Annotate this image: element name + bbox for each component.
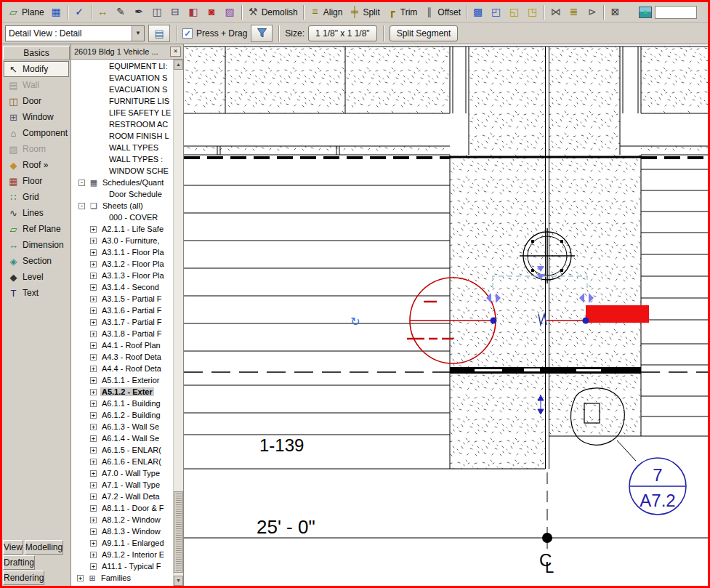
expand-toggle-icon[interactable]: + xyxy=(90,226,97,233)
designbar-item-lines[interactable]: ∿Lines xyxy=(4,205,69,221)
expand-toggle-icon[interactable]: - xyxy=(78,180,85,186)
tree-item[interactable]: + A4.4 - Roof Deta xyxy=(71,363,173,374)
tree-item[interactable]: WINDOW SCHE xyxy=(71,165,173,177)
tree-item[interactable]: + A4.1 - Roof Plan xyxy=(71,339,173,351)
grip-right[interactable] xyxy=(583,318,589,324)
room-tag[interactable]: 1-139 xyxy=(259,435,304,455)
tree-item[interactable]: WALL TYPES : xyxy=(71,153,173,165)
expand-toggle-icon[interactable]: + xyxy=(90,412,97,419)
expand-toggle-icon[interactable]: + xyxy=(90,540,97,547)
expand-toggle-icon[interactable]: + xyxy=(90,319,97,326)
size-button[interactable]: 1 1/8" x 1 1/8" xyxy=(308,25,377,41)
split-button[interactable]: ╪Split xyxy=(345,4,382,21)
tree-item[interactable]: Door Schedule xyxy=(71,188,173,200)
tree-item[interactable]: RESTROOM AC xyxy=(71,118,173,130)
designbar-item-floor[interactable]: ▦Floor xyxy=(4,173,69,189)
tree-item[interactable]: ROOM FINISH L xyxy=(71,130,173,142)
tree-item[interactable]: LIFE SAFETY LE xyxy=(71,107,173,118)
expand-toggle-icon[interactable]: + xyxy=(90,342,97,349)
expand-toggle-icon[interactable]: + xyxy=(90,389,97,395)
tree-item[interactable]: + A5.1.2 - Exter xyxy=(71,386,173,398)
spelling-check-icon[interactable]: ✓ xyxy=(70,4,89,21)
expand-toggle-icon[interactable]: + xyxy=(90,482,97,488)
expand-toggle-icon[interactable]: + xyxy=(90,447,97,454)
dragged-segment-highlight[interactable] xyxy=(586,305,649,323)
expand-toggle-icon[interactable]: + xyxy=(90,273,97,279)
expand-toggle-icon[interactable]: + xyxy=(90,563,97,570)
opening-icon[interactable]: ◙ xyxy=(203,4,221,21)
expand-toggle-icon[interactable]: + xyxy=(90,459,97,465)
cut-geometry-icon[interactable]: ◫ xyxy=(148,4,166,21)
tree-item[interactable]: - ▦ Schedules/Quant xyxy=(71,177,173,188)
expand-toggle-icon[interactable]: + xyxy=(90,366,97,372)
tree-item[interactable]: + A3.1.8 - Partial F xyxy=(71,328,173,339)
tree-item[interactable]: + A6.1.5 - ENLAR( xyxy=(71,444,173,456)
close-icon[interactable]: ✕ xyxy=(170,47,181,57)
tree-item[interactable]: + A6.1.1 - Building xyxy=(71,398,173,409)
tree-item[interactable]: + ⊞ Families xyxy=(71,572,173,584)
tree-item[interactable]: + A6.1.2 - Building xyxy=(71,409,173,421)
group-exclude-icon[interactable]: ◳ xyxy=(523,4,541,21)
decal-icon[interactable]: ▨ xyxy=(221,4,239,21)
designbar-item-grid[interactable]: ∷Grid xyxy=(4,189,69,205)
tree-item[interactable]: + A6.1.4 - Wall Se xyxy=(71,432,173,444)
designbar-tab-view[interactable]: View xyxy=(3,540,23,555)
expand-toggle-icon[interactable]: + xyxy=(90,528,97,535)
expand-toggle-icon[interactable]: - xyxy=(78,203,85,209)
expand-toggle-icon[interactable]: + xyxy=(90,517,97,523)
expand-toggle-icon[interactable]: + xyxy=(77,575,84,581)
tree-item[interactable]: + A2.1.1 - Life Safe xyxy=(71,223,173,235)
designbar-item-door[interactable]: ◫Door xyxy=(4,93,69,109)
properties-button[interactable]: ▤ xyxy=(148,25,170,42)
wall-opening-icon[interactable]: ⊠ xyxy=(606,4,624,21)
expand-toggle-icon[interactable]: + xyxy=(90,331,97,337)
designbar-item-component[interactable]: ⌂Component xyxy=(4,125,69,141)
expand-toggle-icon[interactable]: + xyxy=(90,400,97,407)
tree-item[interactable]: + A3.1.3 - Floor Pla xyxy=(71,270,173,281)
tree-item[interactable]: EQUIPMENT LI: xyxy=(71,60,173,72)
tree-item[interactable]: + A9.1.2 - Interior E xyxy=(71,549,173,560)
linework-icon[interactable]: ✒ xyxy=(130,4,148,21)
tree-item[interactable]: - ❏ Sheets (all) xyxy=(71,200,173,212)
tree-item[interactable]: FURNITURE LIS xyxy=(71,95,173,107)
grip-left[interactable] xyxy=(491,318,497,324)
demolish-button[interactable]: ⚒Demolish xyxy=(244,4,301,21)
ungroup-icon[interactable]: ◰ xyxy=(487,4,505,21)
align-button[interactable]: ≡Align xyxy=(306,4,346,21)
scroll-up-icon[interactable]: ▲ xyxy=(174,60,183,70)
tree-item[interactable]: + A3.1.1 - Floor Pla xyxy=(71,246,173,258)
expand-toggle-icon[interactable]: + xyxy=(90,470,97,477)
trim-button[interactable]: ┏Trim xyxy=(383,4,421,21)
scroll-down-icon[interactable]: ▼ xyxy=(174,576,183,586)
designbar-item-section[interactable]: ◈Section xyxy=(4,253,69,269)
expand-toggle-icon[interactable]: + xyxy=(90,296,97,302)
group-icon[interactable]: ▩ xyxy=(469,4,487,21)
designbar-item-modify[interactable]: ↖Modify xyxy=(4,61,69,77)
expand-toggle-icon[interactable]: + xyxy=(90,307,97,314)
render-preview-icon[interactable]: ▲ xyxy=(636,4,655,21)
paint-icon[interactable]: ◧ xyxy=(185,4,203,21)
join-geometry-icon[interactable]: ⊟ xyxy=(166,4,185,21)
expand-toggle-icon[interactable]: + xyxy=(90,552,97,558)
designbar-tab-basics[interactable]: Basics xyxy=(3,46,70,60)
expand-toggle-icon[interactable]: + xyxy=(90,249,97,256)
designbar-item-roof[interactable]: ◆Roof » xyxy=(4,157,69,173)
designbar-item-level[interactable]: ◆Level xyxy=(4,269,69,285)
expand-toggle-icon[interactable]: + xyxy=(90,435,97,442)
designbar-tab-modelling[interactable]: Modelling xyxy=(25,540,63,555)
dimension-text[interactable]: 25' - 0" xyxy=(257,516,315,538)
expand-toggle-icon[interactable]: + xyxy=(90,494,97,500)
tree-item[interactable]: + A7.0 - Wall Type xyxy=(71,467,173,479)
designbar-item-dimension[interactable]: ↔Dimension xyxy=(4,237,69,253)
tree-item[interactable]: + A3.1.7 - Partial F xyxy=(71,316,173,328)
chevron-down-icon[interactable]: ▼ xyxy=(132,26,144,41)
tree-item[interactable]: + A6.1.6 - ENLAR( xyxy=(71,456,173,467)
tree-item[interactable]: + A5.1.1 - Exterior xyxy=(71,374,173,386)
expand-toggle-icon[interactable]: + xyxy=(90,238,97,244)
tree-item[interactable]: + A8.1.3 - Window xyxy=(71,525,173,537)
expand-toggle-icon[interactable]: + xyxy=(90,284,97,291)
designbar-tab-drafting[interactable]: Drafting xyxy=(3,555,35,570)
work-plane-button[interactable]: ▱Plane xyxy=(4,4,47,21)
offset-button[interactable]: ∥Offset xyxy=(420,4,464,21)
tree-item[interactable]: + A7.2 - Wall Deta xyxy=(71,491,173,502)
